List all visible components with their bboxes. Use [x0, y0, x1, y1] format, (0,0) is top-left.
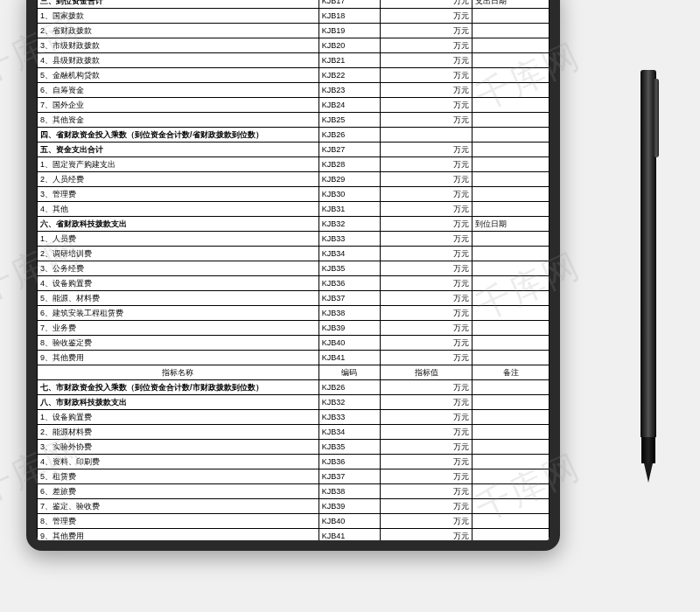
cell-code: KJB40: [318, 514, 380, 529]
cell-note: [472, 484, 550, 499]
cell-note: [472, 24, 550, 38]
screen: 三、到位资金合计KJB17万元支出日期1、国家拨款KJB18万元2、省财政拨款K…: [37, 0, 550, 540]
cell-name: 6、差旅费: [38, 484, 319, 499]
cell-value: 万元: [380, 425, 472, 440]
table-row: 9、其他费用KJB41万元: [38, 351, 550, 365]
table-row: 3、管理费KJB30万元: [38, 187, 550, 202]
table-row: 1、固定资产购建支出KJB28万元: [38, 157, 550, 172]
cell-value: 万元: [380, 276, 472, 291]
cell-value: 万元: [380, 68, 472, 83]
cell-code: KJB38: [318, 484, 380, 499]
table-row: 7、鉴定、验收费KJB39万元: [38, 499, 550, 514]
table-row: 1、人员费KJB33万元: [38, 232, 550, 247]
cell-name: 六、省财政科技拨款支出: [38, 217, 319, 232]
cell-note: [472, 306, 550, 321]
cell-name: 1、设备购置费: [38, 410, 319, 425]
cell-code: KJB39: [318, 499, 380, 514]
cell-code: KJB30: [318, 187, 380, 202]
table-row: 1、国家拨款KJB18万元: [38, 9, 550, 24]
cell-name: 2、省财政拨款: [38, 24, 319, 38]
cell-code: KJB35: [318, 440, 380, 455]
cell-code: KJB21: [318, 53, 380, 68]
cell-value: 万元: [380, 143, 472, 157]
cell-note: [472, 529, 550, 541]
table-row: 2、省财政拨款KJB19万元: [38, 24, 550, 38]
cell-note: [472, 113, 550, 128]
cell-name: 2、人员经费: [38, 172, 319, 187]
table-row: 指标名称编码指标值备注: [38, 365, 550, 380]
cell-note: [472, 83, 550, 98]
cell-code: KJB17: [318, 0, 380, 9]
table-row: 三、到位资金合计KJB17万元支出日期: [38, 0, 550, 9]
cell-code: KJB33: [318, 410, 380, 425]
cell-value: 万元: [380, 351, 472, 365]
cell-name: 3、市级财政拨款: [38, 38, 319, 53]
cell-name: 四、省财政资金投入乘数（到位资金合计数/省财政拨款到位数）: [38, 128, 319, 143]
cell-value: 万元: [380, 38, 472, 53]
cell-value: 万元: [380, 380, 472, 395]
cell-name: 3、实验外协费: [38, 440, 319, 455]
cell-name: 4、资料、印刷费: [38, 455, 319, 469]
cell-note: [472, 98, 550, 113]
cell-value: 万元: [380, 529, 472, 541]
pen-decoration: [640, 70, 656, 490]
cell-name: 8、验收鉴定费: [38, 336, 319, 351]
cell-code: KJB33: [318, 232, 380, 247]
header-value: 指标值: [380, 365, 472, 380]
cell-code: KJB31: [318, 202, 380, 217]
cell-value: 万元: [380, 232, 472, 247]
cell-value: 万元: [380, 306, 472, 321]
cell-value: 万元: [380, 514, 472, 529]
table-row: 1、设备购置费KJB33万元: [38, 410, 550, 425]
data-table: 三、到位资金合计KJB17万元支出日期1、国家拨款KJB18万元2、省财政拨款K…: [37, 0, 550, 540]
cell-note: [472, 276, 550, 291]
cell-value: 万元: [380, 113, 472, 128]
cell-note: [472, 68, 550, 83]
cell-value: 万元: [380, 440, 472, 455]
cell-note: [472, 53, 550, 68]
header-code: 编码: [318, 365, 380, 380]
table-row: 七、市财政资金投入乘数（到位资金合计数/市财政拨款到位数）KJB26万元: [38, 380, 550, 395]
table-row: 8、验收鉴定费KJB40万元: [38, 336, 550, 351]
cell-value: 万元: [380, 484, 472, 499]
cell-note: [472, 157, 550, 172]
cell-code: KJB37: [318, 469, 380, 484]
cell-value: 万元: [380, 261, 472, 276]
table-row: 4、资料、印刷费KJB36万元: [38, 455, 550, 469]
cell-code: KJB23: [318, 83, 380, 98]
cell-note: [472, 143, 550, 157]
cell-name: 8、其他资金: [38, 113, 319, 128]
table-row: 8、其他资金KJB25万元: [38, 113, 550, 128]
cell-name: 1、国家拨款: [38, 9, 319, 24]
cell-name: 3、公务经费: [38, 261, 319, 276]
cell-note: [472, 395, 550, 410]
cell-value: 万元: [380, 187, 472, 202]
cell-value: 万元: [380, 0, 472, 9]
cell-value: 万元: [380, 499, 472, 514]
cell-value: 万元: [380, 202, 472, 217]
table-row: 6、建筑安装工程租赁费KJB38万元: [38, 306, 550, 321]
cell-code: KJB29: [318, 172, 380, 187]
cell-note: [472, 351, 550, 365]
table-row: 5、金融机构贷款KJB22万元: [38, 68, 550, 83]
cell-value: 万元: [380, 410, 472, 425]
cell-note: [472, 128, 550, 143]
header-name: 指标名称: [38, 365, 319, 380]
cell-code: KJB24: [318, 98, 380, 113]
cell-note: [472, 38, 550, 53]
cell-note: [472, 321, 550, 336]
cell-name: 八、市财政科技拨款支出: [38, 395, 319, 410]
cell-code: KJB41: [318, 529, 380, 541]
table-row: 八、市财政科技拨款支出KJB32万元: [38, 395, 550, 410]
cell-note: [472, 9, 550, 24]
cell-note: [472, 187, 550, 202]
table-row: 4、其他KJB31万元: [38, 202, 550, 217]
cell-note: [472, 455, 550, 469]
table-row: 4、县级财政拨款KJB21万元: [38, 53, 550, 68]
cell-note: [472, 172, 550, 187]
cell-value: 万元: [380, 157, 472, 172]
table-row: 四、省财政资金投入乘数（到位资金合计数/省财政拨款到位数）KJB26: [38, 128, 550, 143]
cell-value: 万元: [380, 217, 472, 232]
table-row: 8、管理费KJB40万元: [38, 514, 550, 529]
cell-code: KJB32: [318, 217, 380, 232]
